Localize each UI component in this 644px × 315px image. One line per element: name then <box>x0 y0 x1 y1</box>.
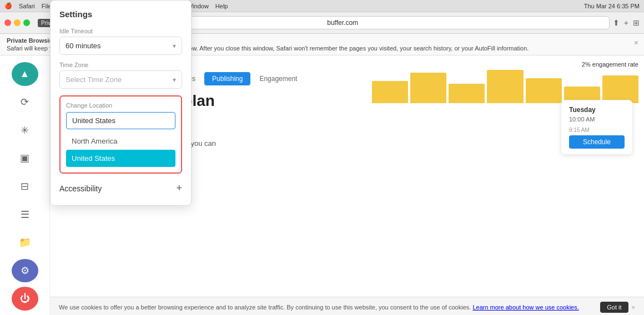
schedule-time1: 10:00 AM <box>569 116 625 123</box>
bar-monday <box>372 81 408 103</box>
cookie-close-icon[interactable]: × <box>632 304 635 311</box>
bar-sunday <box>602 75 638 103</box>
settings-title: Settings <box>59 9 182 19</box>
schedule-card: Tuesday 10:00 AM 9:15 AM Schedule <box>561 100 633 155</box>
datetime-display: Thu Mar 24 6:35 PM <box>584 3 640 9</box>
mac-status-right: Thu Mar 24 6:35 PM <box>584 3 640 9</box>
safari-menu[interactable]: Safari <box>19 3 35 9</box>
url-display: buffer.com <box>327 19 358 27</box>
sidebar-icon-folder[interactable]: 📁 <box>12 231 38 255</box>
bar-wednesday <box>449 84 485 103</box>
chart-bars <box>372 70 638 103</box>
private-banner-close[interactable]: × <box>634 38 638 47</box>
grid-icon[interactable]: ⊞ <box>633 18 640 27</box>
schedule-time2: 9:15 AM <box>569 127 625 133</box>
sidebar-icon-gear[interactable]: ⚙ <box>12 259 38 283</box>
sidebar-icon-camera[interactable]: ▣ <box>12 146 38 170</box>
idle-timeout-label: Idle Timeout <box>59 28 182 34</box>
cookie-accept-button[interactable]: Got it <box>600 302 628 313</box>
cookie-text: We use cookies to offer you a better bro… <box>59 304 579 311</box>
sidebar-icon-bug[interactable]: ✳ <box>12 118 38 142</box>
timezone-placeholder: Select Time Zone <box>66 75 122 84</box>
idle-timeout-group: Idle Timeout 60 minutes ▾ <box>59 28 182 55</box>
location-selected-item[interactable]: United States <box>66 150 175 167</box>
tab-engagement[interactable]: Engagement <box>251 72 305 85</box>
share-icon[interactable]: ⬆ <box>613 18 620 27</box>
change-location-label: Change Location <box>66 102 175 109</box>
timezone-dropdown[interactable]: Select Time Zone ▾ <box>59 70 182 89</box>
accessibility-label: Accessibility <box>59 184 102 193</box>
settings-panel: Settings Idle Timeout 60 minutes ▾ Time … <box>50 0 192 206</box>
tab-publishing[interactable]: Publishing <box>204 72 250 85</box>
maximize-button[interactable] <box>23 19 30 26</box>
bar-thursday <box>487 70 523 103</box>
engagement-label: 2% engagement rate <box>372 61 638 68</box>
minimize-button[interactable] <box>14 19 21 26</box>
sidebar-icon-up[interactable]: ▲ <box>12 62 38 86</box>
accessibility-expand-icon[interactable]: + <box>176 182 182 194</box>
sidebar: ▲ ⟳ ✳ ▣ ⊟ ☰ 📁 ⚙ ⏻ <box>0 55 50 315</box>
schedule-day: Tuesday <box>569 106 625 114</box>
timezone-group: Time Zone Select Time Zone ▾ <box>59 62 182 89</box>
idle-timeout-value: 60 minutes <box>66 42 101 50</box>
sidebar-icon-monitor[interactable]: ☰ <box>12 202 38 226</box>
cookie-actions: Got it × <box>596 302 635 313</box>
close-button[interactable] <box>4 19 11 26</box>
browser-actions: ⬆ + ⊞ <box>613 18 640 27</box>
idle-timeout-dropdown[interactable]: 60 minutes ▾ <box>59 37 182 55</box>
sidebar-icon-power[interactable]: ⏻ <box>12 287 38 311</box>
new-tab-icon[interactable]: + <box>624 18 628 27</box>
timezone-label: Time Zone <box>59 62 182 68</box>
accessibility-row: Accessibility + <box>59 180 182 196</box>
change-location-section: Change Location North America United Sta… <box>59 95 182 174</box>
traffic-lights <box>4 19 30 26</box>
cookie-banner: We use cookies to offer you a better bro… <box>50 297 644 315</box>
sidebar-icon-copy[interactable]: ⊟ <box>12 175 38 199</box>
idle-timeout-chevron: ▾ <box>173 42 176 50</box>
apple-icon: 🍎 <box>4 2 12 9</box>
sidebar-icon-sync[interactable]: ⟳ <box>12 90 38 114</box>
location-search-input[interactable] <box>66 112 175 129</box>
timezone-chevron: ▾ <box>173 76 176 84</box>
cookie-link[interactable]: Learn more about how we use cookies. <box>472 304 578 311</box>
help-menu[interactable]: Help <box>215 3 228 9</box>
location-list-item-north-america[interactable]: North America <box>66 134 175 149</box>
bar-friday <box>526 78 562 103</box>
schedule-button[interactable]: Schedule <box>569 135 625 149</box>
bar-tuesday <box>410 73 446 103</box>
